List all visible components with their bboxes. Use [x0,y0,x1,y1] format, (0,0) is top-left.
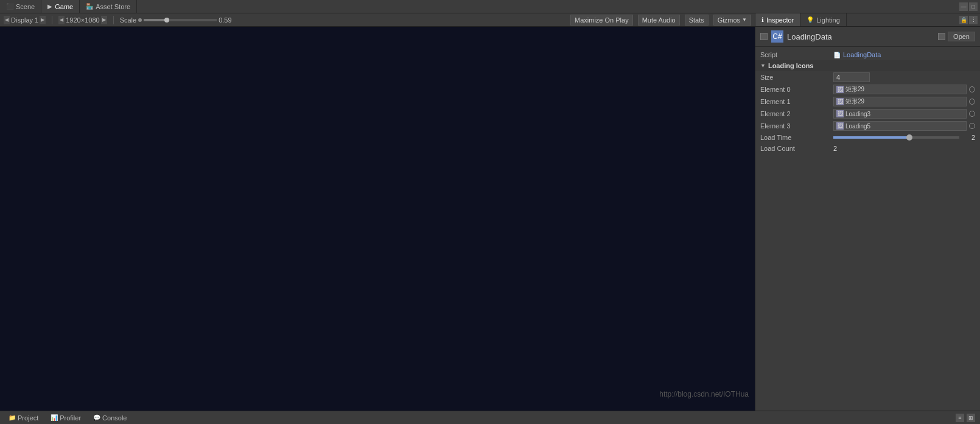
load-time-value: 2 [963,134,975,141]
element-0-field[interactable]: 🖼 矩形29 [833,85,967,94]
bottom-list-btn[interactable]: ⊞ [967,414,975,422]
size-label: Size [760,74,833,81]
inspector-tab-label: Inspector [766,16,794,24]
load-time-fill [833,136,909,139]
script-name: LoadingData [843,51,881,58]
script-row: Script 📄 LoadingData [755,49,980,60]
tab-game[interactable]: ▶ Game [41,0,80,13]
element-2-field[interactable]: 🖼 Loading3 [833,109,967,119]
element-0-label: Element 0 [760,86,833,93]
inspector-content: Script 📄 LoadingData ▼ Loading Icons Siz… [755,47,980,411]
profiler-icon: 📊 [51,414,58,421]
scale-label: Scale [120,16,137,24]
tab-profiler[interactable]: 📊 Profiler [47,411,85,424]
lighting-tab-label: Lighting [816,16,840,24]
toolbar-sep-2 [113,16,114,24]
element-2-circle[interactable] [969,111,975,117]
element-2-icon: 🖼 [836,110,844,117]
display-label: Display 1 [11,16,38,24]
element-0-text: 矩形29 [845,85,964,94]
asset-store-icon: 🏪 [86,3,93,10]
element-1-circle[interactable] [969,99,975,105]
mute-audio-button[interactable]: Mute Audio [638,15,680,26]
load-count-value: 2 [833,145,975,152]
scene-icon: ⬛ [6,3,13,10]
tab-scene[interactable]: ⬛ Scene [0,0,41,13]
open-script-button[interactable]: Open [948,32,975,41]
console-icon: 💬 [93,414,100,421]
inspector-tab-controls: 🔒 ⋮ [959,13,980,26]
res-prev-button[interactable]: ◀ [58,16,65,24]
resolution-selector[interactable]: ◀ 1920×1080 ▶ [58,16,107,24]
minimize-button[interactable]: — [959,2,968,11]
element-3-text: Loading5 [845,123,964,130]
display-selector[interactable]: ◀ Display 1 ▶ [4,16,46,24]
inspector-menu-button[interactable]: ⋮ [969,16,978,24]
res-next-button[interactable]: ▶ [101,16,107,24]
load-time-track[interactable] [833,136,959,139]
element-1-icon: 🖼 [836,98,844,105]
element-1-text: 矩形29 [845,97,964,106]
load-count-row: Load Count 2 [755,143,980,154]
size-input[interactable] [833,72,870,82]
component-title: LoadingData [787,32,832,41]
component-checkbox-2[interactable] [938,33,945,40]
element-3-circle[interactable] [969,123,975,129]
load-time-label: Load Time [760,134,833,141]
component-header: C# LoadingData Open [755,27,980,47]
lighting-tab-icon: 💡 [807,16,814,23]
tab-scene-label: Scene [16,3,35,10]
tab-lighting[interactable]: 💡 Lighting [800,13,847,26]
bottom-bar-right: ≡ ⊞ [956,414,975,422]
load-time-row: Load Time 2 [755,132,980,143]
scale-container: Scale 0.59 [120,16,232,24]
viewport-toolbar: ◀ Display 1 ▶ ◀ 1920×1080 ▶ Scale 0.59 [0,13,755,27]
element-2-text: Loading3 [845,111,964,117]
element-1-row: Element 1 🖼 矩形29 [755,96,980,108]
toolbar-sep-1 [52,16,52,24]
element-3-row: Element 3 🖼 Loading5 [755,120,980,132]
project-label: Project [18,414,38,422]
game-icon: ▶ [47,3,52,10]
script-label: Script [760,51,833,58]
element-0-icon: 🖼 [836,86,844,93]
inspector-panel: ℹ Inspector 💡 Lighting 🔒 ⋮ C# LoadingDat… [755,13,980,411]
element-0-circle[interactable] [969,86,975,92]
script-value: 📄 LoadingData [833,51,975,58]
project-icon: 📁 [9,414,16,421]
load-time-thumb[interactable] [906,134,912,141]
tab-inspector[interactable]: ℹ Inspector [755,13,800,26]
top-tabs-controls: — □ [959,2,980,11]
tab-console[interactable]: 💬 Console [89,411,130,424]
display-next-button[interactable]: ▶ [40,16,46,24]
stats-button[interactable]: Stats [685,15,709,26]
viewport-area: ◀ Display 1 ▶ ◀ 1920×1080 ▶ Scale 0.59 [0,13,755,411]
gizmos-arrow-icon: ▼ [742,17,747,23]
maximize-button[interactable]: □ [969,2,978,11]
scale-info-icon [138,18,142,22]
element-2-label: Element 2 [760,110,833,117]
bottom-bar: 📁 Project 📊 Profiler 💬 Console ≡ ⊞ [0,411,980,424]
bottom-menu-btn[interactable]: ≡ [956,414,964,422]
loading-icons-label: Loading Icons [768,62,814,69]
component-icon: C# [771,30,783,43]
scale-slider[interactable] [144,19,217,21]
element-1-field[interactable]: 🖼 矩形29 [833,97,967,106]
loading-icons-section[interactable]: ▼ Loading Icons [755,60,980,71]
display-prev-button[interactable]: ◀ [4,16,10,24]
profiler-label: Profiler [60,414,81,422]
load-count-label: Load Count [760,145,833,152]
tab-asset-store[interactable]: 🏪 Asset Store [80,0,137,13]
tab-game-label: Game [55,3,73,10]
element-3-field[interactable]: 🖼 Loading5 [833,121,967,131]
inspector-lock-button[interactable]: 🔒 [959,16,968,24]
top-tab-bar: ⬛ Scene ▶ Game 🏪 Asset Store — □ [0,0,980,13]
inspector-tab-bar: ℹ Inspector 💡 Lighting 🔒 ⋮ [755,13,980,27]
script-file-icon: 📄 [833,52,841,58]
gizmos-button[interactable]: Gizmos ▼ [713,15,751,26]
tab-project[interactable]: 📁 Project [5,411,42,424]
load-time-slider-container[interactable]: 2 [833,134,975,141]
maximize-on-play-button[interactable]: Maximize On Play [570,15,633,26]
component-enable-checkbox[interactable] [760,33,768,40]
tab-asset-store-label: Asset Store [96,3,130,10]
